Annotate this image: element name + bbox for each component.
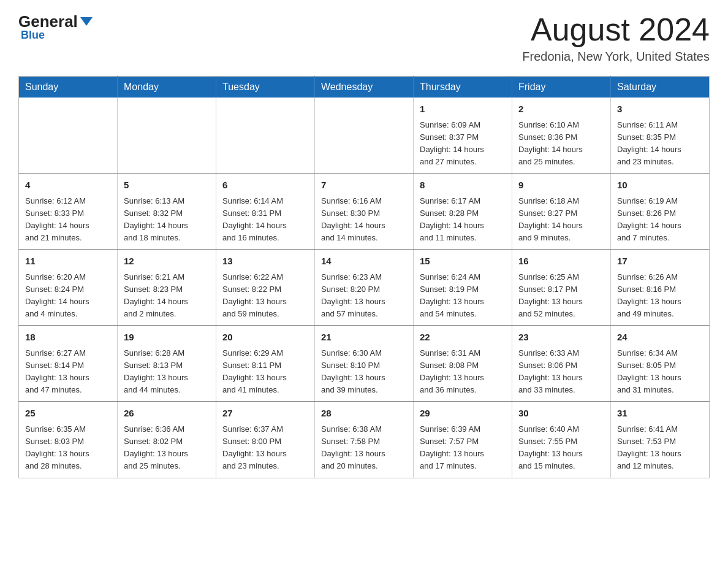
calendar-day-cell: 10Sunrise: 6:19 AM Sunset: 8:26 PM Dayli… — [611, 174, 710, 250]
day-number: 24 — [617, 331, 703, 345]
day-of-week-header: Saturday — [611, 77, 710, 98]
calendar-day-cell: 27Sunrise: 6:37 AM Sunset: 8:00 PM Dayli… — [216, 402, 315, 478]
day-number: 27 — [222, 407, 308, 421]
logo-triangle-icon — [80, 17, 93, 26]
day-number: 30 — [518, 407, 604, 421]
calendar-day-cell: 17Sunrise: 6:26 AM Sunset: 8:16 PM Dayli… — [611, 250, 710, 326]
logo-blue-text: Blue — [21, 29, 45, 42]
location-subtitle: Fredonia, New York, United States — [522, 50, 710, 64]
day-of-week-header: Sunday — [19, 77, 118, 98]
calendar-day-cell — [216, 98, 315, 174]
day-number: 23 — [518, 331, 604, 345]
calendar-day-cell: 1Sunrise: 6:09 AM Sunset: 8:37 PM Daylig… — [414, 98, 512, 174]
day-sun-info: Sunrise: 6:34 AM Sunset: 8:05 PM Dayligh… — [617, 347, 703, 397]
day-number: 3 — [617, 102, 703, 117]
day-sun-info: Sunrise: 6:09 AM Sunset: 8:37 PM Dayligh… — [420, 119, 506, 169]
day-sun-info: Sunrise: 6:31 AM Sunset: 8:08 PM Dayligh… — [420, 347, 506, 397]
day-number: 13 — [222, 255, 308, 269]
day-sun-info: Sunrise: 6:26 AM Sunset: 8:16 PM Dayligh… — [617, 271, 703, 321]
day-sun-info: Sunrise: 6:28 AM Sunset: 8:13 PM Dayligh… — [124, 347, 210, 397]
day-sun-info: Sunrise: 6:18 AM Sunset: 8:27 PM Dayligh… — [518, 195, 604, 245]
day-of-week-header: Friday — [512, 77, 611, 98]
page-header: General Blue August 2024 Fredonia, New Y… — [18, 12, 710, 64]
day-number: 17 — [617, 255, 703, 269]
calendar-week-row: 1Sunrise: 6:09 AM Sunset: 8:37 PM Daylig… — [19, 98, 710, 174]
day-number: 19 — [124, 331, 210, 345]
day-sun-info: Sunrise: 6:29 AM Sunset: 8:11 PM Dayligh… — [222, 347, 308, 397]
calendar-day-cell: 7Sunrise: 6:16 AM Sunset: 8:30 PM Daylig… — [315, 174, 414, 250]
calendar-day-cell — [315, 98, 414, 174]
day-sun-info: Sunrise: 6:36 AM Sunset: 8:02 PM Dayligh… — [124, 423, 210, 473]
calendar-day-cell: 8Sunrise: 6:17 AM Sunset: 8:28 PM Daylig… — [414, 174, 512, 250]
calendar-day-cell: 6Sunrise: 6:14 AM Sunset: 8:31 PM Daylig… — [216, 174, 315, 250]
day-sun-info: Sunrise: 6:23 AM Sunset: 8:20 PM Dayligh… — [321, 271, 407, 321]
day-sun-info: Sunrise: 6:17 AM Sunset: 8:28 PM Dayligh… — [420, 195, 506, 245]
day-of-week-header: Wednesday — [315, 77, 414, 98]
calendar-day-cell: 12Sunrise: 6:21 AM Sunset: 8:23 PM Dayli… — [118, 250, 216, 326]
calendar-week-row: 4Sunrise: 6:12 AM Sunset: 8:33 PM Daylig… — [19, 174, 710, 250]
calendar-day-cell: 9Sunrise: 6:18 AM Sunset: 8:27 PM Daylig… — [512, 174, 611, 250]
day-number: 22 — [420, 331, 506, 345]
day-sun-info: Sunrise: 6:39 AM Sunset: 7:57 PM Dayligh… — [420, 423, 506, 473]
calendar-day-cell: 16Sunrise: 6:25 AM Sunset: 8:17 PM Dayli… — [512, 250, 611, 326]
day-number: 26 — [124, 407, 210, 421]
calendar-day-cell: 4Sunrise: 6:12 AM Sunset: 8:33 PM Daylig… — [19, 174, 118, 250]
calendar-day-cell: 31Sunrise: 6:41 AM Sunset: 7:53 PM Dayli… — [611, 402, 710, 478]
calendar-day-cell: 19Sunrise: 6:28 AM Sunset: 8:13 PM Dayli… — [118, 326, 216, 402]
day-number: 4 — [25, 178, 111, 193]
day-sun-info: Sunrise: 6:13 AM Sunset: 8:32 PM Dayligh… — [124, 195, 210, 245]
calendar-week-row: 11Sunrise: 6:20 AM Sunset: 8:24 PM Dayli… — [19, 250, 710, 326]
day-number: 15 — [420, 255, 506, 269]
day-number: 31 — [617, 407, 703, 421]
day-number: 28 — [321, 407, 407, 421]
calendar-day-cell: 3Sunrise: 6:11 AM Sunset: 8:35 PM Daylig… — [611, 98, 710, 174]
calendar-day-cell: 24Sunrise: 6:34 AM Sunset: 8:05 PM Dayli… — [611, 326, 710, 402]
calendar-day-cell: 11Sunrise: 6:20 AM Sunset: 8:24 PM Dayli… — [19, 250, 118, 326]
calendar-day-cell: 13Sunrise: 6:22 AM Sunset: 8:22 PM Dayli… — [216, 250, 315, 326]
day-sun-info: Sunrise: 6:20 AM Sunset: 8:24 PM Dayligh… — [25, 271, 111, 321]
day-sun-info: Sunrise: 6:21 AM Sunset: 8:23 PM Dayligh… — [124, 271, 210, 321]
day-number: 18 — [25, 331, 111, 345]
calendar-day-cell: 28Sunrise: 6:38 AM Sunset: 7:58 PM Dayli… — [315, 402, 414, 478]
day-sun-info: Sunrise: 6:35 AM Sunset: 8:03 PM Dayligh… — [25, 423, 111, 473]
day-sun-info: Sunrise: 6:40 AM Sunset: 7:55 PM Dayligh… — [518, 423, 604, 473]
day-sun-info: Sunrise: 6:41 AM Sunset: 7:53 PM Dayligh… — [617, 423, 703, 473]
day-number: 25 — [25, 407, 111, 421]
day-number: 2 — [518, 102, 604, 117]
day-number: 1 — [420, 102, 506, 117]
calendar-day-cell: 30Sunrise: 6:40 AM Sunset: 7:55 PM Dayli… — [512, 402, 611, 478]
logo: General Blue — [18, 12, 93, 42]
day-sun-info: Sunrise: 6:14 AM Sunset: 8:31 PM Dayligh… — [222, 195, 308, 245]
day-sun-info: Sunrise: 6:25 AM Sunset: 8:17 PM Dayligh… — [518, 271, 604, 321]
calendar-day-cell: 29Sunrise: 6:39 AM Sunset: 7:57 PM Dayli… — [414, 402, 512, 478]
title-section: August 2024 Fredonia, New York, United S… — [522, 12, 710, 64]
calendar-table: SundayMondayTuesdayWednesdayThursdayFrid… — [18, 76, 710, 478]
day-number: 21 — [321, 331, 407, 345]
calendar-week-row: 18Sunrise: 6:27 AM Sunset: 8:14 PM Dayli… — [19, 326, 710, 402]
day-sun-info: Sunrise: 6:22 AM Sunset: 8:22 PM Dayligh… — [222, 271, 308, 321]
day-number: 5 — [124, 178, 210, 193]
calendar-day-cell: 23Sunrise: 6:33 AM Sunset: 8:06 PM Dayli… — [512, 326, 611, 402]
day-sun-info: Sunrise: 6:24 AM Sunset: 8:19 PM Dayligh… — [420, 271, 506, 321]
day-sun-info: Sunrise: 6:37 AM Sunset: 8:00 PM Dayligh… — [222, 423, 308, 473]
calendar-day-cell: 22Sunrise: 6:31 AM Sunset: 8:08 PM Dayli… — [414, 326, 512, 402]
month-title: August 2024 — [522, 12, 710, 47]
calendar-week-row: 25Sunrise: 6:35 AM Sunset: 8:03 PM Dayli… — [19, 402, 710, 478]
calendar-day-cell — [19, 98, 118, 174]
day-number: 11 — [25, 255, 111, 269]
calendar-header-row: SundayMondayTuesdayWednesdayThursdayFrid… — [19, 77, 710, 98]
day-of-week-header: Tuesday — [216, 77, 315, 98]
day-sun-info: Sunrise: 6:10 AM Sunset: 8:36 PM Dayligh… — [518, 119, 604, 169]
day-of-week-header: Monday — [118, 77, 216, 98]
day-sun-info: Sunrise: 6:27 AM Sunset: 8:14 PM Dayligh… — [25, 347, 111, 397]
day-number: 29 — [420, 407, 506, 421]
day-number: 8 — [420, 178, 506, 193]
calendar-day-cell: 5Sunrise: 6:13 AM Sunset: 8:32 PM Daylig… — [118, 174, 216, 250]
day-sun-info: Sunrise: 6:11 AM Sunset: 8:35 PM Dayligh… — [617, 119, 703, 169]
day-number: 20 — [222, 331, 308, 345]
day-sun-info: Sunrise: 6:33 AM Sunset: 8:06 PM Dayligh… — [518, 347, 604, 397]
calendar-day-cell: 20Sunrise: 6:29 AM Sunset: 8:11 PM Dayli… — [216, 326, 315, 402]
day-of-week-header: Thursday — [414, 77, 512, 98]
day-number: 12 — [124, 255, 210, 269]
calendar-day-cell: 14Sunrise: 6:23 AM Sunset: 8:20 PM Dayli… — [315, 250, 414, 326]
